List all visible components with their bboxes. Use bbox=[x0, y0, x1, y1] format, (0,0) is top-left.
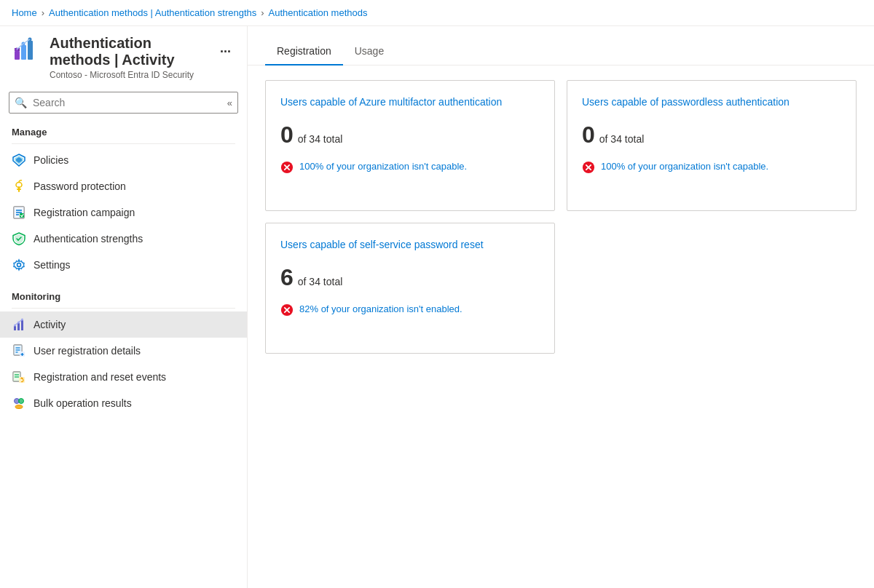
passwordless-card: Users capable of passwordless authentica… bbox=[567, 80, 857, 211]
search-input[interactable] bbox=[9, 92, 238, 114]
tab-registration[interactable]: Registration bbox=[265, 38, 343, 65]
registration-icon bbox=[12, 205, 26, 220]
tabs-container: Registration Usage bbox=[248, 38, 874, 65]
policies-icon bbox=[12, 153, 26, 167]
breadcrumb: Home › Authentication methods | Authenti… bbox=[0, 0, 874, 26]
monitoring-divider bbox=[12, 308, 235, 309]
svg-point-27 bbox=[14, 325, 16, 327]
sidebar-item-policies-label: Policies bbox=[34, 154, 68, 166]
user-reg-icon bbox=[12, 343, 26, 358]
page-subtitle: Contoso - Microsoft Entra ID Security bbox=[50, 70, 235, 80]
error-icon bbox=[280, 161, 294, 174]
error-icon bbox=[582, 161, 595, 174]
monitoring-section-label: Monitoring bbox=[0, 284, 247, 305]
svg-rect-25 bbox=[17, 323, 20, 330]
sspr-status-text: 82% of your organization isn't enabled. bbox=[299, 303, 462, 316]
sidebar-item-password-protection-label: Password protection bbox=[34, 180, 126, 192]
sspr-count-number: 6 bbox=[280, 264, 294, 291]
search-container: 🔍 « bbox=[0, 86, 247, 119]
main-content: Registration Usage Users capable of Azur… bbox=[248, 26, 874, 588]
sidebar-item-settings[interactable]: Settings bbox=[0, 252, 247, 278]
svg-point-23 bbox=[17, 263, 21, 267]
page-title: Authentication methods | Activity ··· bbox=[50, 35, 235, 68]
page-header-text: Authentication methods | Activity ··· Co… bbox=[50, 35, 235, 80]
mfa-card-count: 0 of 34 total bbox=[280, 122, 540, 148]
mfa-status-text: 100% of your organization isn't capable. bbox=[299, 160, 467, 173]
password-icon bbox=[12, 179, 26, 194]
passwordless-count-label: of 34 total bbox=[599, 133, 645, 145]
sidebar-item-auth-strengths-label: Authentication strengths bbox=[34, 233, 143, 245]
breadcrumb-auth-strengths[interactable]: Authentication methods | Authentication … bbox=[49, 7, 256, 18]
page-header: Authentication methods | Activity ··· Co… bbox=[0, 26, 247, 86]
collapse-sidebar-button[interactable]: « bbox=[223, 96, 237, 110]
sidebar-item-user-reg-label: User registration details bbox=[34, 345, 141, 357]
reg-reset-icon bbox=[12, 370, 26, 384]
sidebar-item-policies[interactable]: Policies bbox=[0, 147, 247, 173]
sidebar-item-bulk-label: Bulk operation results bbox=[34, 397, 132, 409]
mfa-card-title[interactable]: Users capable of Azure multifactor authe… bbox=[280, 95, 540, 110]
svg-point-28 bbox=[17, 322, 20, 324]
svg-rect-1 bbox=[21, 45, 26, 60]
breadcrumb-home[interactable]: Home bbox=[12, 7, 37, 18]
settings-icon bbox=[12, 258, 26, 272]
svg-rect-0 bbox=[15, 51, 20, 60]
manage-divider bbox=[12, 143, 235, 144]
svg-rect-26 bbox=[21, 320, 23, 330]
sidebar-item-password-protection[interactable]: Password protection bbox=[0, 173, 247, 199]
shield-icon bbox=[12, 231, 26, 246]
bulk-icon bbox=[12, 396, 26, 410]
sidebar-item-activity[interactable]: Activity bbox=[0, 311, 247, 338]
svg-point-29 bbox=[21, 319, 23, 321]
manage-section-label: Manage bbox=[0, 119, 247, 140]
svg-rect-2 bbox=[28, 41, 33, 60]
mfa-count-label: of 34 total bbox=[298, 133, 343, 145]
passwordless-status-text: 100% of your organization isn't capable. bbox=[601, 160, 768, 173]
passwordless-count-number: 0 bbox=[582, 122, 595, 148]
sidebar-item-bulk-operation[interactable]: Bulk operation results bbox=[0, 390, 247, 416]
sidebar-item-settings-label: Settings bbox=[34, 259, 71, 271]
sidebar-item-auth-strengths[interactable]: Authentication strengths bbox=[0, 226, 247, 252]
sspr-card-count: 6 of 34 total bbox=[280, 264, 540, 291]
tab-usage[interactable]: Usage bbox=[343, 38, 395, 65]
passwordless-card-title[interactable]: Users capable of passwordless authentica… bbox=[582, 95, 841, 110]
error-icon bbox=[280, 303, 294, 317]
more-options-button[interactable]: ··· bbox=[216, 43, 235, 61]
mfa-count-number: 0 bbox=[280, 122, 294, 148]
sidebar-item-user-registration[interactable]: User registration details bbox=[0, 338, 247, 364]
sidebar-item-reg-reset-events[interactable]: Registration and reset events bbox=[0, 364, 247, 390]
sspr-count-label: of 34 total bbox=[298, 276, 343, 287]
breadcrumb-auth-methods[interactable]: Authentication methods bbox=[269, 7, 368, 18]
cards-grid: Users capable of Azure multifactor authe… bbox=[248, 65, 874, 368]
sidebar-item-reg-reset-label: Registration and reset events bbox=[34, 371, 166, 383]
sidebar-item-registration-campaign-label: Registration campaign bbox=[34, 207, 135, 218]
passwordless-card-count: 0 of 34 total bbox=[582, 122, 841, 148]
sspr-card-title[interactable]: Users capable of self-service password r… bbox=[280, 238, 540, 253]
sidebar-item-registration-campaign[interactable]: Registration campaign bbox=[0, 199, 247, 226]
sspr-card-status: 82% of your organization isn't enabled. bbox=[280, 303, 540, 317]
app-logo bbox=[12, 35, 41, 64]
mfa-card: Users capable of Azure multifactor authe… bbox=[265, 80, 555, 211]
sspr-card: Users capable of self-service password r… bbox=[265, 223, 555, 354]
activity-icon bbox=[12, 317, 26, 332]
passwordless-card-status: 100% of your organization isn't capable. bbox=[582, 160, 841, 174]
svg-rect-24 bbox=[14, 326, 16, 330]
mfa-card-status: 100% of your organization isn't capable. bbox=[280, 160, 540, 174]
sidebar: Authentication methods | Activity ··· Co… bbox=[0, 26, 248, 588]
sidebar-item-activity-label: Activity bbox=[34, 319, 66, 330]
